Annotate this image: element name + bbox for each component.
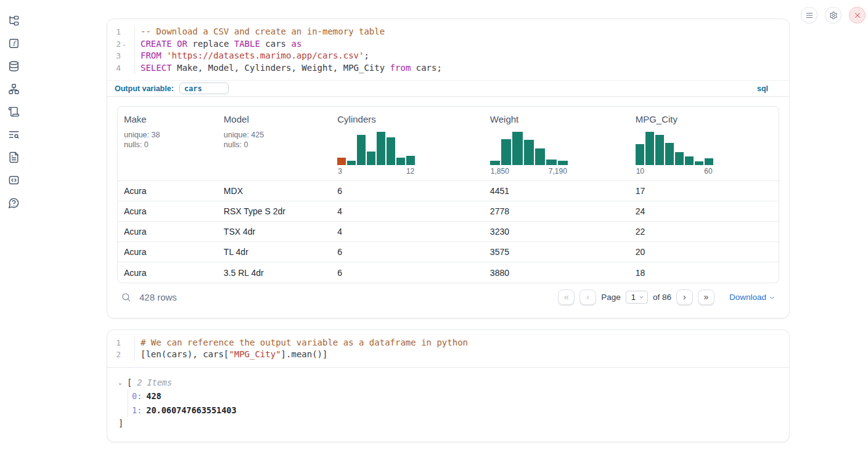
table-cell: RSX Type S 2dr xyxy=(218,201,331,222)
table-row[interactable]: AcuraTL 4dr6357520 xyxy=(118,242,779,262)
column-stat: nulls: 0 xyxy=(224,140,325,149)
sql-cell: 1-- Download a CSV and create an in-memo… xyxy=(107,18,790,318)
sql-code-editor[interactable]: 1-- Download a CSV and create an in-memo… xyxy=(107,19,789,80)
page-select[interactable]: 1 xyxy=(626,291,648,304)
table-row[interactable]: AcuraTSX 4dr4323022 xyxy=(118,222,779,242)
table-header-row: Makeunique: 38nulls: 0Modelunique: 425nu… xyxy=(118,107,779,181)
table-cell: 18 xyxy=(629,262,779,283)
shutdown-close-icon[interactable] xyxy=(849,7,866,23)
histogram-bar xyxy=(396,158,405,165)
items-count: 2 Items xyxy=(137,376,172,389)
column-histogram xyxy=(490,131,568,165)
table-cell: 3.5 RL 4dr xyxy=(218,262,331,283)
download-button[interactable]: Download xyxy=(729,293,776,302)
list-output-header: ⌄ [ 2 Items xyxy=(118,376,779,389)
last-page-button[interactable]: » xyxy=(698,289,714,305)
code-token: as xyxy=(291,39,301,49)
line-number-gutter: 1 xyxy=(107,337,135,349)
documentation-icon[interactable] xyxy=(7,151,20,163)
chevron-right-icon: › xyxy=(683,293,686,301)
code-token xyxy=(172,39,177,49)
table-cell: TL 4dr xyxy=(218,242,331,262)
code-token: "MPG_City" xyxy=(229,349,280,359)
table-cell: 20 xyxy=(629,242,779,262)
histogram-bar xyxy=(645,132,654,165)
axis-max-label: 12 xyxy=(406,167,414,176)
line-number-gutter: 2⌄ xyxy=(107,38,135,51)
collapse-chevron-icon[interactable]: ⌄ xyxy=(118,376,126,389)
file-tree-icon[interactable] xyxy=(7,14,20,26)
logs-icon[interactable] xyxy=(7,128,20,140)
column-header[interactable]: MPG_City1060 xyxy=(629,107,779,181)
histogram-bar xyxy=(535,148,545,165)
line-number-gutter: 3 xyxy=(107,50,135,62)
histogram-bar xyxy=(524,140,534,165)
column-header[interactable]: Weight1,8507,190 xyxy=(484,107,629,181)
item-key: 0: xyxy=(132,391,142,401)
line-number: 2 xyxy=(107,349,121,361)
next-page-button[interactable]: › xyxy=(676,289,693,305)
histogram-bar xyxy=(357,135,366,165)
code-token: SELECT xyxy=(141,63,172,73)
line-number: 4 xyxy=(107,62,121,75)
chevron-down-icon xyxy=(769,294,776,301)
table-cell: 3575 xyxy=(484,242,629,262)
menu-icon[interactable] xyxy=(801,7,817,23)
database-icon[interactable] xyxy=(7,60,20,72)
table-cell: 3230 xyxy=(484,222,629,242)
code-line: 4SELECT Make, Model, Cylinders, Weight, … xyxy=(107,62,789,75)
first-page-button[interactable]: « xyxy=(558,289,575,305)
help-icon[interactable] xyxy=(7,196,20,209)
settings-gear-icon[interactable] xyxy=(825,7,841,23)
prev-page-button[interactable]: ‹ xyxy=(579,289,596,305)
table-cell: 6 xyxy=(331,181,484,201)
column-header[interactable]: Makeunique: 38nulls: 0 xyxy=(118,107,218,181)
code-text: SELECT Make, Model, Cylinders, Weight, M… xyxy=(135,62,442,75)
column-name: Cylinders xyxy=(337,114,478,124)
variables-icon[interactable]: f xyxy=(7,37,20,49)
chevrons-left-icon: « xyxy=(564,293,569,301)
code-token: TABLE xyxy=(234,39,260,49)
column-header[interactable]: Modelunique: 425nulls: 0 xyxy=(218,107,331,181)
table-cell: 6 xyxy=(331,242,484,262)
output-variable-input[interactable] xyxy=(179,83,229,94)
histogram-axis: 1060 xyxy=(636,167,713,176)
snippets-icon[interactable] xyxy=(7,174,20,186)
code-token xyxy=(162,51,166,60)
table-cell: Acura xyxy=(118,242,218,262)
list-item: 0:428 xyxy=(132,389,779,403)
column-stat: unique: 425 xyxy=(224,131,325,139)
table-row[interactable]: AcuraRSX Type S 2dr4277824 xyxy=(118,201,779,222)
dependency-graph-icon[interactable] xyxy=(7,83,20,95)
line-number: 3 xyxy=(107,50,121,62)
item-key: 1: xyxy=(132,405,142,415)
search-icon[interactable] xyxy=(121,292,131,302)
axis-min-label: 3 xyxy=(338,167,342,176)
table-cell: 3880 xyxy=(484,262,629,283)
histogram-bar xyxy=(406,156,415,165)
axis-min-label: 1,850 xyxy=(491,167,509,176)
column-header[interactable]: Cylinders312 xyxy=(331,107,484,181)
line-number: 1 xyxy=(107,26,121,38)
axis-max-label: 7,190 xyxy=(549,167,567,176)
histogram-bar xyxy=(546,160,556,165)
table-footer: 428 rows « ‹ Page 1 of 86 › » xyxy=(117,283,779,312)
chevron-down-icon xyxy=(639,294,644,300)
table-cell: Acura xyxy=(118,262,218,283)
code-line: 2[len(cars), cars["MPG_City"].mean()] xyxy=(107,349,789,361)
fold-chevron-icon[interactable]: ⌄ xyxy=(121,38,128,51)
python-code-editor[interactable]: 1# We can reference the output variable … xyxy=(107,330,789,367)
code-token: [len(cars), cars[ xyxy=(141,349,229,359)
scratchpad-icon[interactable] xyxy=(7,105,20,118)
output-variable-label: Output variable: xyxy=(115,84,174,93)
table-row[interactable]: AcuraMDX6445117 xyxy=(118,181,779,201)
table-row[interactable]: Acura3.5 RL 4dr6388018 xyxy=(118,262,779,283)
table-cell: MDX xyxy=(218,181,331,201)
table-cell: 6 xyxy=(331,262,484,283)
language-tag: sql xyxy=(757,84,768,93)
code-line: 1# We can reference the output variable … xyxy=(107,337,789,349)
sidebar: f xyxy=(0,0,27,449)
code-token: cars; xyxy=(411,63,442,73)
histogram-bar xyxy=(655,135,664,165)
code-token: Make, Model, Cylinders, Weight, MPG_City xyxy=(172,63,390,73)
